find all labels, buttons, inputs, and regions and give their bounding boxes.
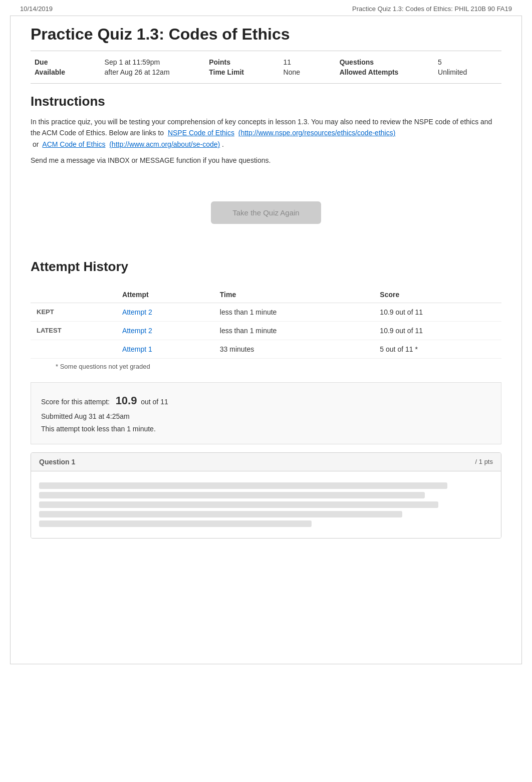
blurred-text-3 (39, 501, 438, 508)
table-row: KEPT Attempt 2 less than 1 minute 10.9 o… (31, 303, 501, 321)
attempt-row-score: 10.9 out of 11 (374, 321, 501, 340)
available-value: after Aug 26 at 12am (105, 68, 204, 76)
question-label: Question 1 (39, 458, 75, 466)
acm-link[interactable]: ACM Code of Ethics (42, 140, 105, 148)
attempt-row-attempt[interactable]: Attempt 1 (116, 340, 214, 358)
instructions-section: Instructions In this practice quiz, you … (31, 84, 501, 176)
allowed-attempts-label: Allowed Attempts (340, 68, 433, 76)
spacer (31, 544, 501, 644)
take-quiz-button[interactable]: Take the Quiz Again (211, 201, 321, 224)
score-value: 10.9 (116, 394, 137, 407)
due-label: Due (35, 58, 100, 66)
table-row: Attempt 1 33 minutes 5 out of 11 * (31, 340, 501, 358)
col-score-header: Score (374, 287, 501, 303)
question-card: Question 1 / 1 pts (31, 452, 501, 539)
blurred-text-1 (39, 482, 447, 489)
attempt-history-table: Attempt Time Score KEPT Attempt 2 less t… (31, 287, 501, 359)
score-out-of: out of 11 (141, 398, 168, 406)
question-header: Question 1 / 1 pts (31, 453, 501, 471)
attempt-row-label: LATEST (31, 321, 116, 340)
points-value: 11 (284, 58, 335, 66)
question-pts: / 1 pts (475, 458, 493, 465)
page-date: 10/14/2019 (20, 5, 53, 13)
col-label-header (31, 287, 116, 303)
attempt-history-title: Attempt History (31, 259, 501, 282)
attempt-row-time: 33 minutes (214, 340, 374, 358)
nspe-url[interactable]: (http://www.nspe.org/resources/ethics/co… (238, 129, 396, 137)
time-limit-value: None (284, 68, 335, 76)
score-label: Score for this attempt: (41, 398, 110, 406)
table-row: LATEST Attempt 2 less than 1 minute 10.9… (31, 321, 501, 340)
time-taken-text: This attempt took less than 1 minute. (41, 423, 491, 435)
submitted-text: Submitted Aug 31 at 4:25am (41, 410, 491, 423)
questions-value: 5 (438, 58, 501, 66)
attempt-row-label: KEPT (31, 303, 116, 321)
attempt-row-time: less than 1 minute (214, 321, 374, 340)
page-title: Practice Quiz 1.3: Codes of Ethics (31, 16, 501, 51)
question-body (31, 471, 501, 538)
instructions-message: Send me a message via INBOX or MESSAGE f… (31, 155, 501, 171)
attempt-row-score: 5 out of 11 * (374, 340, 501, 358)
blurred-text-4 (39, 511, 402, 517)
instructions-title: Instructions (31, 94, 501, 116)
attempt-row-score: 10.9 out of 11 (374, 303, 501, 321)
attempt-row-time: less than 1 minute (214, 303, 374, 321)
due-value: Sep 1 at 11:59pm (105, 58, 204, 66)
blurred-text-5 (39, 520, 312, 527)
attempt-row-attempt[interactable]: Attempt 2 (116, 303, 214, 321)
allowed-attempts-value: Unlimited (438, 68, 501, 76)
blurred-text-2 (39, 492, 425, 498)
attempt-history-section: Attempt History Attempt Time Score KEPT … (31, 249, 501, 374)
nspe-link[interactable]: NSPE Code of Ethics (168, 129, 234, 137)
col-time-header: Time (214, 287, 374, 303)
score-summary: Score for this attempt: 10.9 out of 11 S… (31, 382, 501, 444)
time-limit-label: Time Limit (209, 68, 278, 76)
course-name: Practice Quiz 1.3: Codes of Ethics: PHIL… (352, 5, 512, 13)
available-label: Available (35, 68, 100, 76)
instructions-paragraph: In this practice quiz, you will be testi… (31, 116, 501, 155)
attempt-row-attempt[interactable]: Attempt 2 (116, 321, 214, 340)
acm-url[interactable]: (http://www.acm.org/about/se-code) (109, 140, 220, 148)
points-label: Points (209, 58, 278, 66)
col-attempt-header: Attempt (116, 287, 214, 303)
meta-info: Due Sep 1 at 11:59pm Points 11 Questions… (31, 51, 501, 84)
attempt-footnote: * Some questions not yet graded (31, 359, 501, 374)
questions-label: Questions (340, 58, 433, 66)
attempt-row-label (31, 340, 116, 358)
